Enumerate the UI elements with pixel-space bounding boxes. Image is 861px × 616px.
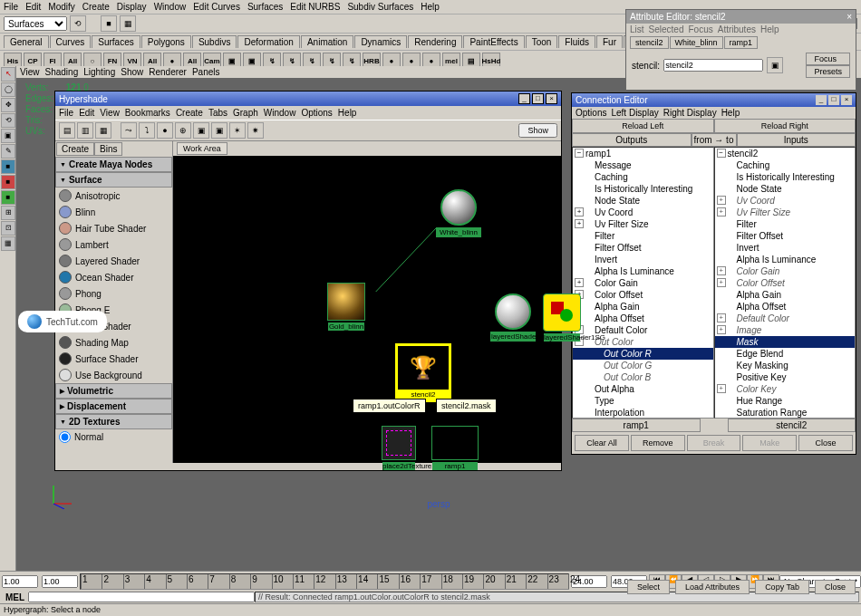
attr-row[interactable]: +Uv Filter Size	[715, 207, 856, 218]
break-button[interactable]: Break	[687, 435, 741, 451]
history-icon[interactable]: ⟲	[70, 15, 86, 32]
time-ruler[interactable]: 123456789101112131415161718192021222324	[80, 573, 569, 590]
tool-icon[interactable]: ⊡	[1, 221, 15, 236]
graph-icon[interactable]: ✷	[247, 122, 264, 139]
node-ramp1[interactable]: ramp1	[431, 426, 479, 460]
tab-general[interactable]: General	[4, 35, 49, 48]
attr-row[interactable]: Alpha Offset	[573, 313, 713, 324]
attr-row[interactable]: Invert	[573, 254, 713, 265]
playback-start-input[interactable]	[42, 575, 78, 588]
menu-modify[interactable]: Modify	[48, 2, 74, 12]
menu-help[interactable]: Help	[421, 2, 440, 12]
close-icon[interactable]: ×	[846, 12, 852, 22]
tool-icon[interactable]: ⊞	[1, 206, 15, 220]
attr-row[interactable]: Alpha Is Luminance	[573, 265, 713, 277]
attr-row[interactable]: Out Color B	[573, 371, 713, 383]
attr-row[interactable]: +Color Offset	[715, 277, 856, 289]
lasso-tool-icon[interactable]: ◯	[1, 82, 15, 97]
layout-icon[interactable]: ▤	[59, 122, 75, 139]
vp-menu-panels[interactable]: Panels	[192, 67, 220, 77]
ce-menu-options[interactable]: Options	[576, 108, 606, 118]
ae-tab[interactable]: White_blinn	[670, 36, 723, 49]
attr-row[interactable]: Key Masking	[715, 360, 856, 371]
attr-row[interactable]: Message	[573, 159, 713, 171]
hs-menu-file[interactable]: File	[59, 108, 73, 118]
node-layered-sg[interactable]: layeredShader1SG	[543, 294, 581, 332]
menu-subdiv-surfaces[interactable]: Subdiv Surfaces	[347, 2, 413, 12]
shader-use-background[interactable]: Use Background	[55, 367, 172, 383]
node-name-input[interactable]	[663, 59, 763, 72]
attr-row[interactable]: Mask	[715, 336, 856, 348]
attr-row[interactable]: Edge Blend	[715, 348, 856, 360]
maximize-icon[interactable]: □	[828, 95, 839, 105]
attr-row[interactable]: +Color Key	[715, 383, 856, 395]
show-button[interactable]: Show	[518, 123, 557, 138]
minimize-icon[interactable]: _	[518, 93, 530, 104]
graph-icon[interactable]: ▣	[211, 122, 227, 139]
layout-icon[interactable]: ▦	[95, 122, 111, 139]
graph-icon[interactable]: ▣	[193, 122, 209, 139]
vp-menu-lighting[interactable]: Lighting	[83, 67, 115, 77]
tool-icon[interactable]: ■	[1, 159, 15, 174]
layout-icon[interactable]: ▥	[77, 122, 93, 139]
hs-menu-options[interactable]: Options	[301, 108, 332, 118]
hs-menu-bookmarks[interactable]: Bookmarks	[125, 108, 170, 118]
attr-row[interactable]: Type	[573, 395, 713, 407]
outputs-list[interactable]: −ramp1 MessageCachingIs Historically Int…	[572, 147, 714, 419]
ae-menu-list[interactable]: List	[630, 24, 644, 34]
vp-menu-view[interactable]: View	[20, 67, 40, 77]
graph-icon[interactable]: ✶	[229, 122, 246, 139]
attr-row[interactable]: Filter Offset	[715, 230, 856, 242]
menu-surfaces[interactable]: Surfaces	[247, 2, 283, 12]
ce-menu-right-display[interactable]: Right Display	[663, 108, 717, 118]
attr-row[interactable]: Positive Key	[715, 371, 856, 383]
node-white-blinn[interactable]: White_blinn	[436, 188, 481, 237]
tab-curves[interactable]: Curves	[50, 35, 92, 48]
shader-hair-tube-shader[interactable]: Hair Tube Shader	[55, 220, 172, 236]
tab-create[interactable]: Create	[56, 142, 94, 156]
attr-row[interactable]: Interpolation	[573, 407, 713, 419]
attr-row[interactable]: Hue Range	[715, 395, 856, 407]
attr-row[interactable]: Out Alpha	[573, 383, 713, 395]
conn-editor-titlebar[interactable]: Connection Editor _□×	[572, 93, 856, 107]
tab-bins[interactable]: Bins	[94, 142, 122, 156]
attr-row[interactable]: Out Color G	[573, 360, 713, 371]
cat-surface[interactable]: Surface	[55, 172, 172, 188]
attr-row[interactable]: Alpha Offset	[715, 301, 856, 313]
map-icon[interactable]: ▣	[767, 57, 783, 73]
cat-volumetric[interactable]: Volumetric	[55, 383, 172, 399]
ae-menu-attributes[interactable]: Attributes	[718, 24, 756, 34]
tab-painteffects[interactable]: PaintEffects	[463, 35, 524, 48]
close-icon[interactable]: ×	[546, 93, 557, 104]
minimize-icon[interactable]: _	[816, 95, 827, 105]
hs-menu-create[interactable]: Create	[176, 108, 203, 118]
ae-menu-help[interactable]: Help	[760, 24, 779, 34]
tab-dynamics[interactable]: Dynamics	[354, 35, 407, 48]
shader-lambert[interactable]: Lambert	[55, 236, 172, 253]
clear-all-button[interactable]: Clear All	[575, 435, 629, 451]
tab-subdivs[interactable]: Subdivs	[192, 35, 237, 48]
move-tool-icon[interactable]: ✥	[1, 98, 15, 112]
graph-icon[interactable]: ⤳	[121, 122, 137, 139]
ae-menu-selected[interactable]: Selected	[649, 24, 684, 34]
close-icon[interactable]: ×	[841, 95, 852, 105]
tool-icon[interactable]: ■	[1, 175, 15, 189]
ce-menu-help[interactable]: Help	[721, 108, 740, 118]
shader-shading-map[interactable]: Shading Map	[55, 334, 172, 351]
tool-icon[interactable]: ■	[1, 190, 15, 205]
attr-row[interactable]: Saturation Range	[715, 407, 856, 419]
attr-row[interactable]: Caching	[573, 171, 713, 183]
input-node-name[interactable]: −stencil2	[715, 148, 856, 159]
attr-row[interactable]: Node State	[715, 183, 856, 195]
attr-editor-titlebar[interactable]: Attribute Editor: stencil2 ×	[626, 10, 856, 24]
attr-row[interactable]: +Image	[715, 324, 856, 336]
attr-row[interactable]: Is Historically Interesting	[573, 183, 713, 195]
attr-row[interactable]: +Uv Filter Size	[573, 218, 713, 230]
tab-fur[interactable]: Fur	[596, 35, 623, 48]
attr-row[interactable]: Node State	[573, 195, 713, 207]
output-node-name[interactable]: −ramp1	[573, 148, 713, 159]
tab-work-area[interactable]: Work Area	[177, 142, 227, 155]
menu-create[interactable]: Create	[82, 2, 110, 12]
hs-menu-graph[interactable]: Graph	[233, 108, 258, 118]
command-input[interactable]	[28, 592, 255, 602]
